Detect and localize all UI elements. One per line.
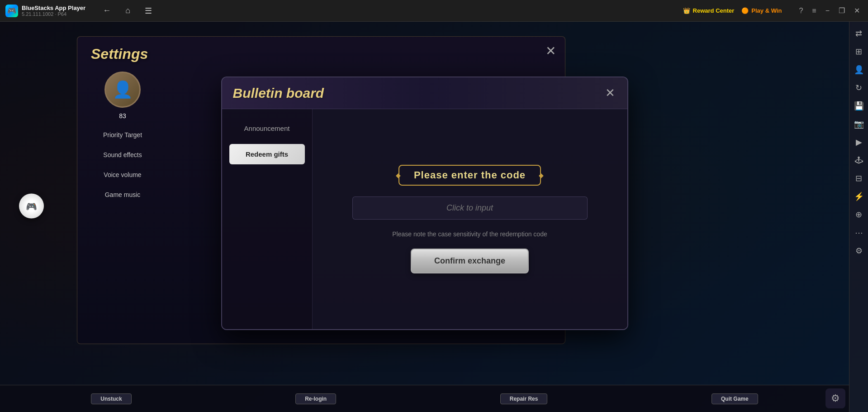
code-input-field[interactable] [352, 196, 588, 220]
play-win-label: Play & Win [751, 7, 782, 14]
modal-sidebar: Announcement Redeem gifts [222, 109, 313, 329]
topbar-right: 👑 Reward Center 🟠 Play & Win ? ≡ − ❐ ✕ [683, 5, 863, 17]
sidebar-person-icon[interactable]: 👤 [851, 62, 867, 78]
help-button[interactable]: ? [796, 5, 806, 17]
case-sensitivity-note: Please note the case sensitivity of the … [392, 230, 547, 238]
crown-icon: 👑 [683, 7, 690, 14]
sidebar-macro-icon[interactable]: ⊕ [851, 206, 867, 223]
relogin-button[interactable]: Re-login [295, 393, 336, 404]
code-title-box: Please enter the code [398, 165, 541, 186]
sidebar-multi-icon[interactable]: ⊟ [851, 170, 867, 187]
code-title-section: Please enter the code [398, 165, 541, 186]
confirm-exchange-button[interactable]: Confirm exchange [411, 249, 529, 273]
topbar: 🎮 BlueStacks App Player 5.21.111.1002 · … [0, 0, 868, 22]
sidebar-arrows-icon[interactable]: ⇄ [851, 25, 867, 42]
repair-res-button[interactable]: Repair Res [500, 393, 548, 404]
modal-close-button[interactable]: ✕ [602, 85, 618, 101]
app-version: 5.21.111.1002 · P64 [22, 11, 85, 17]
app-icon: 🎮 [5, 5, 18, 17]
close-button[interactable]: ✕ [851, 5, 863, 17]
play-win-button[interactable]: 🟠 Play & Win [741, 7, 782, 14]
modal-backdrop: Bulletin board ✕ Announcement Redeem gif… [0, 22, 849, 385]
sidebar-more-icon[interactable]: ⋯ [851, 225, 867, 241]
modal-title: Bulletin board [233, 86, 324, 101]
tab-announcement[interactable]: Announcement [229, 118, 305, 139]
home-button[interactable]: ⌂ [122, 4, 134, 17]
reward-center-button[interactable]: 👑 Reward Center [683, 7, 735, 14]
modal-body: Announcement Redeem gifts Please enter t… [222, 109, 627, 329]
coin-icon: 🟠 [741, 7, 749, 14]
restore-button[interactable]: ❐ [836, 5, 848, 17]
sidebar-screenshot-icon[interactable]: 📷 [851, 116, 867, 132]
sidebar-joystick-icon[interactable]: 🕹 [851, 152, 867, 168]
sidebar-eco-icon[interactable]: ⚡ [851, 188, 867, 205]
menu-button[interactable]: ≡ [809, 5, 819, 17]
bottom-bar: Unstuck Re-login Repair Res Quit Game [0, 385, 849, 412]
window-controls: ? ≡ − ❐ ✕ [796, 5, 863, 17]
tab-redeem-gifts[interactable]: Redeem gifts [229, 144, 305, 164]
back-button[interactable]: ← [99, 4, 114, 17]
quit-game-button[interactable]: Quit Game [711, 393, 758, 404]
bookmark-button[interactable]: ☰ [141, 4, 156, 18]
nav-buttons: ← ⌂ ☰ [99, 4, 156, 18]
code-title-text: Please enter the code [414, 169, 526, 181]
confirm-exchange-label: Confirm exchange [434, 256, 505, 266]
sidebar-layout-icon[interactable]: ⊞ [851, 43, 867, 60]
reward-center-label: Reward Center [693, 7, 735, 14]
sidebar-save-icon[interactable]: 💾 [851, 98, 867, 114]
minimize-button[interactable]: − [823, 5, 832, 17]
app-name: BlueStacks App Player [22, 5, 85, 11]
right-sidebar: ⇄ ⊞ 👤 ↻ 💾 📷 ▶ 🕹 ⊟ ⚡ ⊕ ⋯ ⚙ [849, 22, 868, 412]
sidebar-refresh-icon[interactable]: ↻ [851, 80, 867, 96]
app-logo: 🎮 BlueStacks App Player 5.21.111.1002 · … [5, 5, 85, 17]
modal-header: Bulletin board ✕ [222, 77, 627, 109]
code-input-wrapper [352, 196, 588, 220]
sidebar-settings-icon[interactable]: ⚙ [851, 243, 867, 259]
sidebar-video-icon[interactable]: ▶ [851, 134, 867, 150]
bulletin-board-modal: Bulletin board ✕ Announcement Redeem gif… [221, 77, 628, 330]
unstuck-button[interactable]: Unstuck [91, 393, 131, 404]
redeem-content: Please enter the code Please note the ca… [313, 109, 627, 329]
bottom-settings-icon[interactable]: ⚙ [825, 388, 845, 408]
app-info: BlueStacks App Player 5.21.111.1002 · P6… [22, 5, 85, 17]
